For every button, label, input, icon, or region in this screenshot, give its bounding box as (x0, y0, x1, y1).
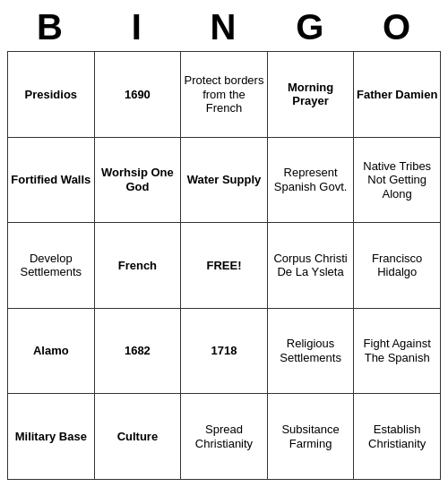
cell-r3-c0[interactable]: Alamo (8, 308, 95, 394)
title-b: B (7, 7, 94, 47)
cell-r1-c0[interactable]: Fortified Walls (8, 137, 95, 223)
title-g: G (267, 7, 354, 47)
cell-r0-c0[interactable]: Presidios (8, 52, 95, 138)
cell-r0-c1[interactable]: 1690 (94, 52, 181, 138)
bingo-grid: Presidios1690Protect borders from the Fr… (7, 51, 441, 480)
cell-r2-c0[interactable]: Develop Settlements (8, 223, 95, 309)
cell-r4-c3[interactable]: Subsitance Farming (267, 394, 354, 480)
cell-r3-c1[interactable]: 1682 (94, 308, 181, 394)
title-o: O (354, 7, 441, 47)
title-i: I (94, 7, 181, 47)
cell-r2-c3[interactable]: Corpus Christi De La Ysleta (267, 223, 354, 309)
cell-r1-c2[interactable]: Water Supply (181, 137, 268, 223)
cell-r4-c2[interactable]: Spread Christianity (181, 394, 268, 480)
cell-r3-c3[interactable]: Religious Settlements (267, 308, 354, 394)
cell-r4-c0[interactable]: Military Base (8, 394, 95, 480)
cell-r4-c1[interactable]: Culture (94, 394, 181, 480)
cell-r4-c4[interactable]: Establish Christianity (354, 394, 441, 480)
cell-r3-c4[interactable]: Fight Against The Spanish (354, 308, 441, 394)
cell-r1-c1[interactable]: Worhsip One God (94, 137, 181, 223)
cell-r1-c3[interactable]: Represent Spanish Govt. (267, 137, 354, 223)
cell-r2-c2[interactable]: FREE! (181, 223, 268, 309)
bingo-title: B I N G O (7, 7, 441, 47)
cell-r3-c2[interactable]: 1718 (181, 308, 268, 394)
cell-r2-c1[interactable]: French (94, 223, 181, 309)
title-n: N (181, 7, 268, 47)
cell-r0-c3[interactable]: Morning Prayer (267, 52, 354, 138)
cell-r2-c4[interactable]: Francisco Hidalgo (354, 223, 441, 309)
cell-r1-c4[interactable]: Native Tribes Not Getting Along (354, 137, 441, 223)
cell-r0-c2[interactable]: Protect borders from the French (181, 52, 268, 138)
cell-r0-c4[interactable]: Father Damien (354, 52, 441, 138)
